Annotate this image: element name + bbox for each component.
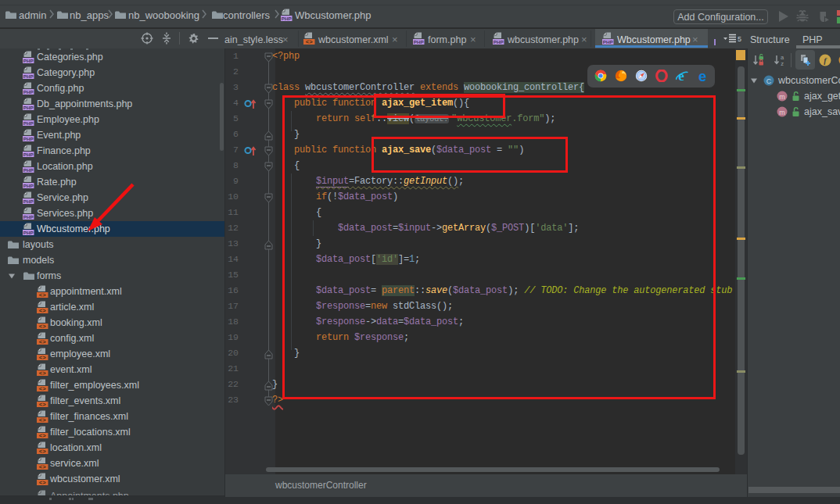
svg-text:<>: <> — [39, 433, 47, 438]
svg-text:PHP: PHP — [23, 136, 34, 141]
svg-text:<>: <> — [39, 355, 47, 360]
svg-text:PHP: PHP — [603, 39, 613, 45]
svg-text:PHP: PHP — [494, 39, 504, 45]
svg-text:PHP: PHP — [23, 230, 34, 235]
svg-text:<>: <> — [39, 417, 47, 423]
svg-text:<>: <> — [39, 386, 47, 391]
svg-text:<>: <> — [39, 402, 47, 407]
svg-text:PHP: PHP — [23, 120, 34, 126]
svg-text:<>: <> — [39, 480, 47, 485]
svg-text:<>: <> — [39, 464, 47, 470]
svg-text:z: z — [781, 60, 784, 66]
svg-text:<>: <> — [39, 323, 47, 329]
svg-text:m: m — [779, 93, 785, 101]
svg-text:PHP: PHP — [23, 214, 34, 220]
svg-text:m: m — [779, 109, 785, 116]
svg-text:PHP: PHP — [23, 152, 34, 157]
svg-text:<>: <> — [39, 370, 47, 376]
svg-text:PHP: PHP — [23, 198, 34, 204]
svg-text:PHP: PHP — [23, 105, 34, 110]
svg-text:PHP: PHP — [23, 167, 34, 173]
svg-text:PHP: PHP — [282, 16, 292, 21]
svg-text:PHP: PHP — [23, 89, 34, 95]
svg-text:C: C — [766, 77, 772, 85]
svg-text:PHP: PHP — [23, 58, 34, 63]
svg-text:<>: <> — [39, 292, 47, 298]
svg-text:PHP: PHP — [23, 73, 34, 79]
svg-text:5: 5 — [738, 35, 741, 43]
svg-text:PHP: PHP — [23, 183, 34, 188]
svg-text:PHP: PHP — [414, 39, 424, 45]
svg-text:e: e — [678, 70, 684, 82]
svg-text:<>: <> — [306, 39, 314, 45]
svg-text:<>: <> — [39, 308, 47, 313]
svg-text:<>: <> — [39, 339, 47, 345]
svg-text:<>: <> — [39, 449, 47, 454]
svg-text:e: e — [698, 70, 706, 82]
